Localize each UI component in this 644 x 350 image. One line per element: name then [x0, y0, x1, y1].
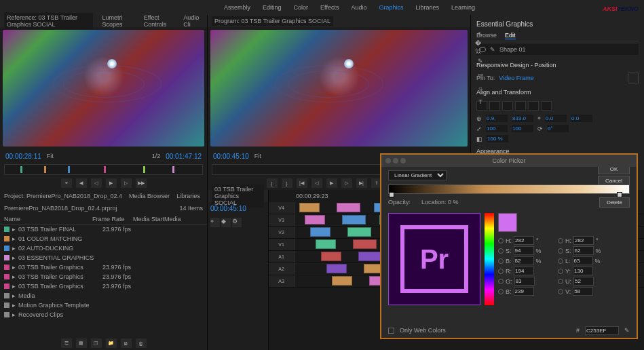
hue-slider[interactable] [485, 213, 494, 305]
color-preview-new[interactable] [498, 213, 517, 232]
pinto-value[interactable]: Video Frame [499, 75, 533, 81]
prog-fit[interactable]: Fit [254, 153, 261, 159]
bin-row[interactable]: ▸03 TSB Trailer FINAL23.976 fps [0, 225, 207, 234]
tab-editing[interactable]: Editing [263, 4, 282, 11]
tab-audio[interactable]: Audio [351, 4, 366, 11]
ref-fit[interactable]: Fit [47, 153, 54, 159]
pos-y[interactable] [512, 115, 533, 122]
new-bin-icon[interactable]: 📁 [106, 338, 117, 348]
gradient-stop[interactable] [389, 192, 394, 197]
media-browser-tab[interactable]: Media Browser [129, 193, 170, 199]
rectangle-icon[interactable]: ▭ [475, 69, 486, 80]
bin-row[interactable]: ▸Media [0, 291, 207, 300]
radio-icon[interactable] [558, 269, 563, 274]
align-vcenter-icon[interactable] [528, 101, 539, 111]
tab-libraries[interactable]: Libraries [415, 4, 439, 11]
eg-edit-tab[interactable]: Edit [505, 32, 516, 39]
bin-row[interactable]: ▸02 AUTO-DUCKING [0, 244, 207, 253]
icon-view-icon[interactable]: ▦ [76, 338, 87, 348]
color-input[interactable] [514, 256, 534, 265]
col-media[interactable]: Media [164, 216, 181, 222]
col-name[interactable]: Name [4, 216, 92, 222]
step-fwd-icon[interactable]: ▷ [341, 178, 352, 188]
clip[interactable] [316, 239, 336, 249]
mark-out-icon[interactable]: } [282, 178, 292, 188]
reference-viewer[interactable] [3, 30, 204, 147]
radio-icon[interactable] [558, 248, 563, 254]
freeform-icon[interactable]: ◫ [91, 338, 102, 348]
color-input[interactable] [573, 277, 594, 286]
clip[interactable] [321, 252, 341, 261]
track-header[interactable]: V2 [269, 227, 295, 238]
align-bottom-icon[interactable] [541, 101, 552, 111]
tab-graphics[interactable]: Graphics [379, 4, 403, 11]
radio-icon[interactable] [558, 258, 563, 264]
program-viewer[interactable] [210, 30, 468, 147]
bin-list[interactable]: ▸03 TSB Trailer FINAL23.976 fps▸01 COLOR… [0, 225, 207, 336]
track-header[interactable]: V4 [269, 202, 295, 214]
snap-icon[interactable]: ⌖ [210, 218, 220, 227]
list-view-icon[interactable]: ☰ [61, 338, 72, 348]
new-item-icon[interactable]: 🗎 [121, 338, 132, 348]
bin-row[interactable]: ▸03 ESSENTIAL GRAPHICS [0, 253, 207, 262]
track-header[interactable]: V1 [269, 239, 295, 250]
align-right-icon[interactable] [502, 101, 513, 111]
clip[interactable] [310, 227, 330, 237]
scale-h[interactable] [512, 125, 533, 132]
clip[interactable] [299, 203, 320, 212]
gang-icon[interactable]: ⚭ [61, 178, 72, 188]
tab-assembly[interactable]: Assembly [224, 4, 250, 11]
tab-effects[interactable]: Effects [320, 4, 339, 11]
color-input[interactable] [573, 287, 593, 296]
color-input[interactable] [514, 246, 534, 255]
trash-icon[interactable]: 🗑 [136, 338, 147, 348]
color-input[interactable] [514, 236, 534, 245]
play-icon[interactable]: ▶ [106, 178, 117, 188]
close-icon[interactable] [385, 158, 391, 163]
seq-tc[interactable]: 00:00:45:10 [210, 205, 246, 212]
minimize-icon[interactable] [393, 158, 398, 163]
gradient-bar[interactable] [388, 184, 630, 194]
layer-shape01[interactable]: ✎ Shape 01 [476, 44, 639, 55]
clip[interactable] [332, 276, 352, 286]
clip[interactable] [337, 203, 360, 212]
bin-row[interactable]: ▸Recovered Clips [0, 310, 207, 319]
track-header[interactable]: V3 [269, 214, 295, 226]
next-edit-icon[interactable]: ▶| [356, 178, 367, 188]
pos-x[interactable] [486, 115, 508, 122]
ref-tc-in[interactable]: 00:00:28:11 [5, 153, 41, 160]
align-top-icon[interactable] [515, 101, 526, 111]
prog-tc-in[interactable]: 00:00:45:10 [213, 153, 249, 160]
ellipse-icon[interactable]: ○ [475, 83, 486, 94]
color-input[interactable] [514, 267, 534, 275]
prev-icon[interactable]: ◀ [76, 178, 87, 188]
web-colors-checkbox[interactable] [388, 328, 394, 334]
ref-scrubber[interactable] [4, 164, 203, 175]
clip[interactable] [326, 264, 347, 273]
audio-clip-tab[interactable]: Audio Cli [181, 13, 203, 29]
radio-icon[interactable] [558, 238, 563, 244]
next-icon[interactable]: ▶▶ [136, 178, 147, 188]
track-header[interactable]: A3 [269, 275, 295, 287]
anchor-x[interactable] [545, 115, 567, 122]
step-back-icon[interactable]: ◁ [91, 178, 102, 188]
bin-row[interactable]: ▸03 TSB Trailer Graphics23.976 fps [0, 262, 207, 272]
color-input[interactable] [573, 246, 594, 255]
tab-learning[interactable]: Learning [451, 4, 475, 11]
settings-icon[interactable]: ⚙ [232, 218, 242, 227]
color-input[interactable] [573, 267, 593, 275]
col-framerate[interactable]: Frame Rate [92, 216, 133, 222]
lumetri-tab[interactable]: Lumetri Scopes [100, 13, 134, 29]
radio-icon[interactable] [498, 248, 504, 254]
clip[interactable] [358, 252, 382, 261]
track-header[interactable]: A1 [269, 251, 295, 262]
clip[interactable] [342, 215, 366, 225]
bin-row[interactable]: ▸Motion Graphics Template [0, 300, 207, 310]
step-back-icon[interactable]: ◁ [311, 178, 322, 188]
color-input[interactable] [573, 256, 593, 265]
vertical-text-icon[interactable]: �있 [475, 42, 486, 53]
gradient-stop[interactable] [617, 192, 622, 197]
hex-input[interactable] [585, 326, 619, 335]
align-hcenter-icon[interactable] [489, 101, 500, 111]
prev-edit-icon[interactable]: |◀ [297, 178, 307, 188]
